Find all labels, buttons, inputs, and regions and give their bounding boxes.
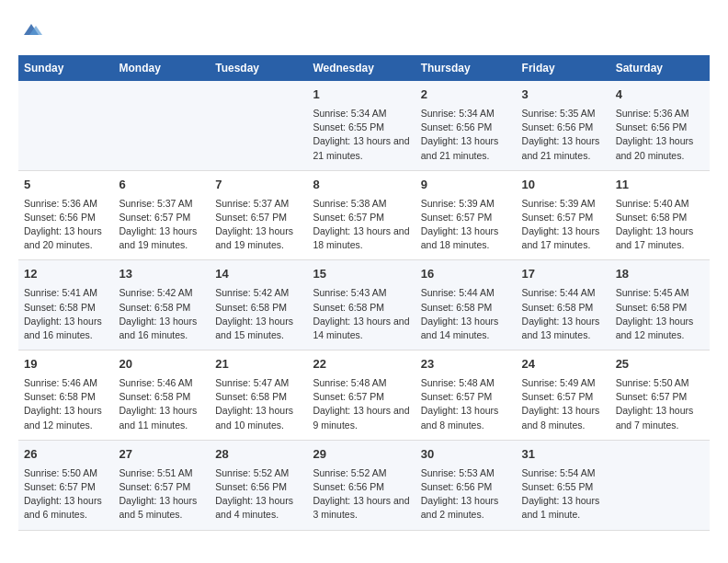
day-number: 31 [522,446,605,464]
day-info: Sunrise: 5:52 AM Sunset: 6:56 PM Dayligh… [215,466,301,523]
calendar-cell: 10Sunrise: 5:39 AM Sunset: 6:57 PM Dayli… [517,170,610,260]
day-info: Sunrise: 5:42 AM Sunset: 6:58 PM Dayligh… [215,286,301,342]
day-number: 21 [215,356,301,373]
day-number: 19 [24,356,108,373]
day-info: Sunrise: 5:44 AM Sunset: 6:58 PM Dayligh… [522,286,605,342]
calendar-cell: 11Sunrise: 5:40 AM Sunset: 6:58 PM Dayli… [610,170,710,260]
day-number: 27 [119,446,205,464]
day-info: Sunrise: 5:37 AM Sunset: 6:57 PM Dayligh… [119,197,205,253]
day-number: 9 [421,177,511,194]
day-info: Sunrise: 5:46 AM Sunset: 6:58 PM Dayligh… [119,376,205,432]
day-info: Sunrise: 5:42 AM Sunset: 6:58 PM Dayligh… [119,286,205,342]
header-saturday: Saturday [610,55,710,81]
calendar-cell: 13Sunrise: 5:42 AM Sunset: 6:58 PM Dayli… [114,260,210,350]
calendar-cell: 1Sunrise: 5:34 AM Sunset: 6:55 PM Daylig… [307,81,415,170]
day-info: Sunrise: 5:45 AM Sunset: 6:58 PM Dayligh… [616,286,704,342]
calendar-cell: 5Sunrise: 5:36 AM Sunset: 6:56 PM Daylig… [18,170,114,260]
day-info: Sunrise: 5:37 AM Sunset: 6:57 PM Dayligh… [215,197,301,253]
header-thursday: Thursday [415,55,517,81]
calendar-cell: 20Sunrise: 5:46 AM Sunset: 6:58 PM Dayli… [114,350,210,441]
day-number: 23 [421,356,511,373]
day-number: 7 [215,177,301,194]
calendar-cell: 24Sunrise: 5:49 AM Sunset: 6:57 PM Dayli… [517,350,610,441]
day-info: Sunrise: 5:47 AM Sunset: 6:58 PM Dayligh… [215,376,301,432]
calendar-table: SundayMondayTuesdayWednesdayThursdayFrid… [18,55,710,531]
calendar-cell: 30Sunrise: 5:53 AM Sunset: 6:56 PM Dayli… [415,440,517,530]
day-info: Sunrise: 5:44 AM Sunset: 6:58 PM Dayligh… [421,286,511,342]
calendar-cell: 7Sunrise: 5:37 AM Sunset: 6:57 PM Daylig… [210,170,307,260]
day-number: 4 [616,86,704,104]
day-info: Sunrise: 5:54 AM Sunset: 6:55 PM Dayligh… [522,466,605,523]
day-number: 28 [215,446,301,464]
day-number: 22 [313,356,409,373]
calendar-cell: 15Sunrise: 5:43 AM Sunset: 6:58 PM Dayli… [307,260,415,350]
calendar-header-row: SundayMondayTuesdayWednesdayThursdayFrid… [18,55,710,81]
day-number: 20 [119,356,205,373]
day-info: Sunrise: 5:52 AM Sunset: 6:56 PM Dayligh… [313,466,409,523]
day-number: 3 [522,86,605,104]
day-info: Sunrise: 5:48 AM Sunset: 6:57 PM Dayligh… [313,376,409,432]
calendar-cell: 17Sunrise: 5:44 AM Sunset: 6:58 PM Dayli… [517,260,610,350]
day-number: 10 [522,177,605,194]
calendar-cell: 16Sunrise: 5:44 AM Sunset: 6:58 PM Dayli… [415,260,517,350]
calendar-week-row: 26Sunrise: 5:50 AM Sunset: 6:57 PM Dayli… [18,440,710,530]
calendar-cell [114,81,210,170]
logo [18,18,42,40]
calendar-cell: 21Sunrise: 5:47 AM Sunset: 6:58 PM Dayli… [210,350,307,441]
logo-icon [20,18,42,40]
day-info: Sunrise: 5:51 AM Sunset: 6:57 PM Dayligh… [119,466,205,523]
day-info: Sunrise: 5:34 AM Sunset: 6:55 PM Dayligh… [313,107,409,163]
day-number: 26 [24,446,108,464]
day-number: 16 [421,266,511,283]
day-number: 13 [119,266,205,283]
day-info: Sunrise: 5:36 AM Sunset: 6:56 PM Dayligh… [616,107,704,163]
calendar-cell: 14Sunrise: 5:42 AM Sunset: 6:58 PM Dayli… [210,260,307,350]
day-number: 30 [421,446,511,464]
calendar-cell: 8Sunrise: 5:38 AM Sunset: 6:57 PM Daylig… [307,170,415,260]
day-info: Sunrise: 5:50 AM Sunset: 6:57 PM Dayligh… [24,466,108,523]
day-info: Sunrise: 5:36 AM Sunset: 6:56 PM Dayligh… [24,197,108,253]
day-number: 15 [313,266,409,283]
calendar-cell: 6Sunrise: 5:37 AM Sunset: 6:57 PM Daylig… [114,170,210,260]
day-number: 25 [616,356,704,373]
calendar-cell: 12Sunrise: 5:41 AM Sunset: 6:58 PM Dayli… [18,260,114,350]
day-info: Sunrise: 5:39 AM Sunset: 6:57 PM Dayligh… [522,197,605,253]
calendar-week-row: 19Sunrise: 5:46 AM Sunset: 6:58 PM Dayli… [18,350,710,441]
calendar-cell: 27Sunrise: 5:51 AM Sunset: 6:57 PM Dayli… [114,440,210,530]
day-number: 29 [313,446,409,464]
calendar-cell [610,440,710,530]
calendar-cell [18,81,114,170]
day-info: Sunrise: 5:40 AM Sunset: 6:58 PM Dayligh… [616,197,704,253]
calendar-cell [210,81,307,170]
day-number: 2 [421,86,511,104]
calendar-cell: 28Sunrise: 5:52 AM Sunset: 6:56 PM Dayli… [210,440,307,530]
calendar-cell: 18Sunrise: 5:45 AM Sunset: 6:58 PM Dayli… [610,260,710,350]
calendar-week-row: 5Sunrise: 5:36 AM Sunset: 6:56 PM Daylig… [18,170,710,260]
day-info: Sunrise: 5:46 AM Sunset: 6:58 PM Dayligh… [24,376,108,432]
day-number: 11 [616,177,704,194]
day-number: 8 [313,177,409,194]
calendar-cell: 31Sunrise: 5:54 AM Sunset: 6:55 PM Dayli… [517,440,610,530]
day-info: Sunrise: 5:50 AM Sunset: 6:57 PM Dayligh… [616,376,704,432]
calendar-cell: 25Sunrise: 5:50 AM Sunset: 6:57 PM Dayli… [610,350,710,441]
calendar-cell: 22Sunrise: 5:48 AM Sunset: 6:57 PM Dayli… [307,350,415,441]
calendar-cell: 2Sunrise: 5:34 AM Sunset: 6:56 PM Daylig… [415,81,517,170]
day-info: Sunrise: 5:41 AM Sunset: 6:58 PM Dayligh… [24,286,108,342]
calendar-week-row: 1Sunrise: 5:34 AM Sunset: 6:55 PM Daylig… [18,81,710,170]
day-info: Sunrise: 5:34 AM Sunset: 6:56 PM Dayligh… [421,107,511,163]
day-info: Sunrise: 5:35 AM Sunset: 6:56 PM Dayligh… [522,107,605,163]
day-info: Sunrise: 5:53 AM Sunset: 6:56 PM Dayligh… [421,466,511,523]
day-info: Sunrise: 5:43 AM Sunset: 6:58 PM Dayligh… [313,286,409,342]
day-number: 6 [119,177,205,194]
calendar-cell: 3Sunrise: 5:35 AM Sunset: 6:56 PM Daylig… [517,81,610,170]
calendar-cell: 26Sunrise: 5:50 AM Sunset: 6:57 PM Dayli… [18,440,114,530]
calendar-cell: 29Sunrise: 5:52 AM Sunset: 6:56 PM Dayli… [307,440,415,530]
calendar-cell: 4Sunrise: 5:36 AM Sunset: 6:56 PM Daylig… [610,81,710,170]
calendar-cell: 23Sunrise: 5:48 AM Sunset: 6:57 PM Dayli… [415,350,517,441]
day-number: 12 [24,266,108,283]
day-info: Sunrise: 5:49 AM Sunset: 6:57 PM Dayligh… [522,376,605,432]
day-number: 5 [24,177,108,194]
header-friday: Friday [517,55,610,81]
header-tuesday: Tuesday [210,55,307,81]
day-number: 1 [313,86,409,104]
